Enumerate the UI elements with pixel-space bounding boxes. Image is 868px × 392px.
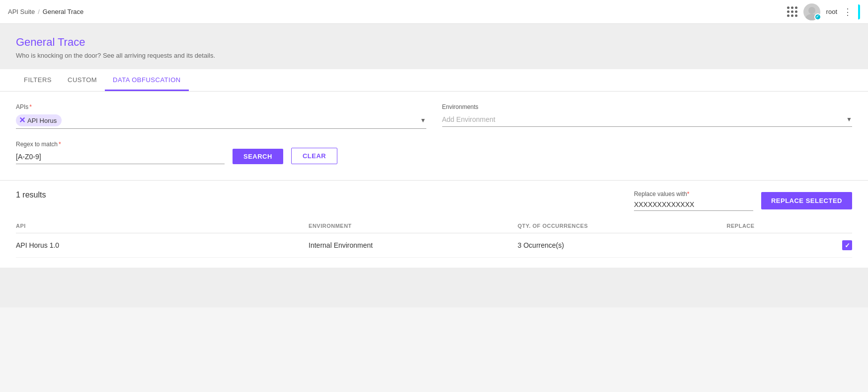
environments-label: Environments: [442, 103, 853, 110]
replace-area: Replace values with* REPLACE SELECTED: [634, 191, 852, 211]
col-header-environment: ENVIRONMENT: [309, 219, 518, 233]
main-content: APIs* ✕ API Horus ▼ Environments Add Env…: [0, 92, 868, 180]
environments-dropdown-arrow[interactable]: ▼: [846, 116, 852, 123]
breadcrumb-separator: /: [38, 8, 40, 15]
tab-custom[interactable]: CUSTOM: [60, 69, 105, 91]
apis-dropdown-arrow[interactable]: ▼: [420, 117, 426, 124]
table-cell-qty: 3 Ocurrence(s): [518, 233, 727, 258]
tabs-bar: FILTERS CUSTOM DATA OBFUSCATION: [0, 69, 868, 92]
replace-label: Replace values with*: [634, 191, 753, 197]
regex-label: Regex to match*: [16, 141, 225, 148]
chip-close-icon[interactable]: ✕: [19, 116, 25, 124]
table-cell-api: API Horus 1.0: [16, 233, 309, 258]
avatar[interactable]: [803, 3, 820, 20]
results-header: 1 results Replace values with* REPLACE S…: [16, 191, 852, 211]
results-section: 1 results Replace values with* REPLACE S…: [0, 181, 868, 268]
apis-label: APIs*: [16, 103, 426, 110]
results-count: 1 results: [16, 191, 46, 199]
topbar-right: root ⋮: [787, 3, 860, 20]
page-subtitle: Who is knocking on the door? See all arr…: [16, 52, 852, 59]
table-cell-replace: [727, 233, 852, 258]
replace-input[interactable]: [634, 198, 753, 211]
col-header-replace: REPLACE: [727, 219, 852, 233]
api-chip: ✕ API Horus: [16, 114, 62, 126]
footer-area: [0, 268, 868, 307]
apis-field-group: APIs* ✕ API Horus ▼: [16, 103, 426, 129]
user-name: root: [826, 8, 837, 15]
table-row: API Horus 1.0 Internal Environment 3 Ocu…: [16, 233, 852, 258]
apis-select[interactable]: ✕ API Horus ▼: [16, 112, 426, 129]
regex-row: Regex to match* SEARCH CLEAR: [16, 141, 852, 164]
replace-checkbox[interactable]: [842, 240, 852, 250]
search-button[interactable]: SEARCH: [233, 149, 283, 164]
replace-selected-button[interactable]: REPLACE SELECTED: [761, 192, 852, 209]
environments-placeholder: Add Environment: [442, 115, 495, 123]
svg-point-0: [808, 7, 815, 14]
environments-field-group: Environments Add Environment ▼: [442, 103, 853, 129]
more-options-icon[interactable]: ⋮: [843, 6, 852, 17]
tab-filters[interactable]: FILTERS: [16, 69, 60, 91]
breadcrumb-parent[interactable]: API Suite: [8, 8, 35, 15]
regex-field-group: Regex to match*: [16, 141, 225, 164]
col-header-qty: QTY. OF OCCURRENCES: [518, 219, 727, 233]
environments-select[interactable]: Add Environment ▼: [442, 112, 853, 127]
page-title: General Trace: [16, 36, 852, 49]
form-top-row: APIs* ✕ API Horus ▼ Environments Add Env…: [16, 103, 852, 129]
results-table: API ENVIRONMENT QTY. OF OCCURRENCES REPL…: [16, 219, 852, 258]
clear-button[interactable]: CLEAR: [291, 148, 337, 164]
sidebar-toggle[interactable]: [858, 4, 860, 19]
col-header-api: API: [16, 219, 309, 233]
regex-input[interactable]: [16, 150, 225, 164]
grid-apps-icon[interactable]: [787, 6, 797, 17]
avatar-badge: [814, 13, 821, 20]
topbar: API Suite / General Trace root ⋮: [0, 0, 868, 24]
tab-data-obfuscation[interactable]: DATA OBFUSCATION: [105, 69, 189, 91]
table-cell-environment: Internal Environment: [309, 233, 518, 258]
breadcrumb: API Suite / General Trace: [8, 8, 83, 15]
breadcrumb-current: General Trace: [43, 8, 83, 15]
replace-input-wrap: Replace values with*: [634, 191, 753, 211]
api-chip-label: API Horus: [27, 117, 57, 124]
page-header: General Trace Who is knocking on the doo…: [0, 24, 868, 69]
